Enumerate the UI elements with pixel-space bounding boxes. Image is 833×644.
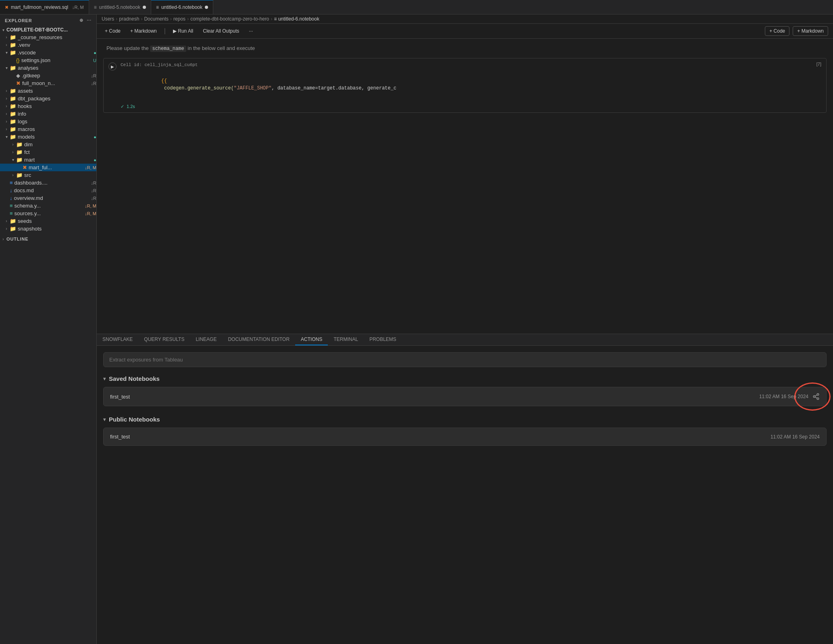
sidebar-item-models[interactable]: ▾ 📁 models ● [0,133,96,141]
folder-icon: 📁 [10,42,16,48]
logs-label: logs [18,118,96,125]
sidebar-item-mart-ful[interactable]: ✖ mart_ful... ↓R, M [0,164,96,171]
sidebar-item-gitkeep[interactable]: ◆ .gitkeep ↓R [0,72,96,79]
breadcrumb-bootcamp[interactable]: complete-dbt-bootcamp-zero-to-hero [190,16,269,22]
sidebar-section-outline[interactable]: › OUTLINE [0,236,96,242]
models-dot: ● [94,135,96,139]
sidebar-item-assets[interactable]: › 📁 assets [0,87,96,95]
tab-actions[interactable]: ACTIONS [295,334,328,345]
sidebar-header-icons[interactable]: ⊕ ··· [79,18,92,23]
add-markdown-button[interactable]: + Markdown [127,27,160,35]
svg-point-1 [813,396,815,398]
tab-nb5[interactable]: ≡ untitled-5.notebook [89,0,151,14]
public-notebook-name: first_test [110,434,130,440]
sidebar-item-src[interactable]: › 📁 src [0,171,96,179]
saved-notebooks-label: Saved Notebooks [109,375,160,382]
chevron-down-icon: ▾ [3,66,10,70]
share-icon[interactable] [812,393,820,400]
analyses-label: analyses [18,65,96,71]
sidebar-item-snapshots[interactable]: › 📁 snapshots [0,225,96,233]
tab-nb6[interactable]: ≡ untitled-6.notebook [151,0,213,14]
sidebar-item-overview-md[interactable]: ↓ overview.md ↓R [0,194,96,202]
new-file-icon[interactable]: ⊕ [79,18,83,23]
chevron-right-icon: › [10,150,16,154]
breadcrumb-pradnesh[interactable]: pradnesh [119,16,139,22]
add-markdown-outlined-button[interactable]: + Markdown [793,26,828,36]
public-notebooks-header[interactable]: ▾ Public Notebooks [103,416,827,423]
public-notebook-meta: 11:02 AM 16 Sep 2024 [771,434,820,440]
sidebar-item-analyses[interactable]: ▾ 📁 analyses [0,64,96,72]
chevron-down-icon: ▾ [0,28,6,32]
saved-notebooks-header[interactable]: ▾ Saved Notebooks [103,375,827,382]
new-folder-icon[interactable]: ··· [87,18,92,23]
sidebar-item-vscode[interactable]: ▾ 📁 .vscode ● [0,49,96,56]
sidebar-item-schema-y[interactable]: ≡ schema.y... ↓R, M [0,202,96,210]
sidebar-header: EXPLORER ⊕ ··· [0,15,96,26]
sidebar-item-dbt-packages[interactable]: › 📁 dbt_packages [0,95,96,102]
mart-ful-label: mart_ful... [29,164,83,170]
run-all-button[interactable]: ▶ Run All [170,27,196,35]
tab-nb6-label: untitled-6.notebook [161,4,202,10]
vscode-label: .vscode [18,50,92,56]
sidebar-item-macros[interactable]: › 📁 macros [0,125,96,133]
sidebar-item-mart[interactable]: ▾ 📁 mart ● [0,156,96,164]
notebook-toolbar: + Code + Markdown | ▶ Run All Clear All … [97,24,833,39]
settings-badge: U [93,58,96,63]
code-string: "JAFFLE_SHOP" [234,85,272,91]
sidebar-item-sources-y[interactable]: ≡ sources.y... ↓R, M [0,210,96,217]
sidebar-item-fct[interactable]: › 📁 fct [0,148,96,156]
sidebar-item-logs[interactable]: › 📁 logs [0,118,96,125]
folder-icon: 📁 [10,134,16,140]
dash-icon: ≡ [10,180,13,186]
toolbar-separator: | [164,27,166,35]
chevron-right-icon: › [3,89,10,93]
breadcrumb-repos[interactable]: repos [173,16,185,22]
tab-problems[interactable]: PROBLEMS [364,334,402,345]
breadcrumb-documents[interactable]: Documents [144,16,169,22]
md-icon: ↓ [10,187,12,193]
chevron-right-icon: › [3,96,10,101]
sidebar-item-dashboards[interactable]: ≡ dashboards.... ↓R [0,179,96,187]
sidebar-item-seeds[interactable]: › 📁 seeds [0,217,96,225]
sidebar-item-docs-md[interactable]: ↓ docs.md ↓R [0,187,96,194]
tab-terminal[interactable]: TERMINAL [328,334,364,345]
tab-documentation-editor[interactable]: DOCUMENTATION EDITOR [222,334,295,345]
yaml-icon: ≡ [10,203,13,209]
saved-notebook-card-first-test[interactable]: first_test 11:02 AM 16 Sep 2024 [103,387,827,406]
sidebar-item-course-resources[interactable]: › 📁 _course_resources [0,33,96,41]
src-label: src [24,172,96,178]
public-notebooks-label: Public Notebooks [109,416,160,423]
venv-label: .venv [18,42,96,48]
tab-snowflake[interactable]: SNOWFLAKE [97,334,138,345]
tab-sql[interactable]: ✖ mart_fullmoon_reviews.sql ↓R, M [0,0,89,14]
more-options-button[interactable]: ··· [246,27,256,35]
tab-lineage[interactable]: LINEAGE [190,334,222,345]
folder-icon: 📁 [16,149,23,155]
code-braces: {{ [161,78,167,84]
sidebar-item-settings-json[interactable]: {} settings.json U [0,56,96,64]
public-notebook-card-first-test[interactable]: first_test 11:02 AM 16 Sep 2024 [103,428,827,446]
sources-y-label: sources.y... [15,210,83,216]
sidebar-item-hooks[interactable]: › 📁 hooks [0,102,96,110]
sidebar-item-dim[interactable]: › 📁 dim [0,141,96,148]
sidebar-item-info[interactable]: › 📁 info [0,110,96,118]
notebook-cell: ▶ Cell id: cell_jinja_sql_cu6pt {{ codeg… [103,58,827,113]
outline-label: OUTLINE [6,237,96,241]
clear-all-button[interactable]: Clear All Outputs [200,27,242,35]
sidebar-item-venv[interactable]: › 📁 .venv [0,41,96,49]
breadcrumb-users[interactable]: Users [102,16,114,22]
add-code-outlined-button[interactable]: + Code [765,26,789,36]
add-code-button[interactable]: + Code [102,27,124,35]
saved-notebook-timestamp: 11:02 AM 16 Sep 2024 [759,394,808,399]
extract-search-input[interactable] [103,352,827,367]
chevron-right-icon: › [10,173,16,177]
cell-run-button[interactable]: ▶ [108,62,117,71]
folder-icon: 📁 [10,65,16,71]
saved-notebook-name: first_test [110,394,130,400]
folder-icon: 📁 [10,50,16,56]
breadcrumb-sep-3: › [170,16,172,22]
sidebar-item-root[interactable]: ▾ COMPLETE-DBT-BOOTC... [0,26,96,33]
cell-header: ▶ Cell id: cell_jinja_sql_cu6pt {{ codeg… [104,58,826,102]
sidebar-item-full-moon[interactable]: ✖ full_moon_n... ↓R [0,79,96,87]
tab-query-results[interactable]: QUERY RESULTS [138,334,190,345]
